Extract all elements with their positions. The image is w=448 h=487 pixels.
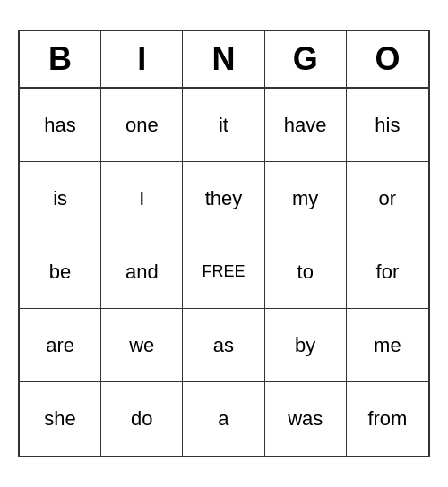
bingo-cell-r1-c4[interactable]: or [347, 162, 428, 235]
bingo-cell-r3-c3[interactable]: by [265, 309, 347, 382]
header-letter-G: G [265, 31, 347, 87]
bingo-cell-r4-c4[interactable]: from [347, 382, 428, 456]
bingo-cell-r3-c4[interactable]: me [347, 309, 428, 382]
bingo-cell-r3-c1[interactable]: we [101, 309, 183, 382]
bingo-cell-r2-c2[interactable]: FREE [183, 235, 264, 309]
bingo-cell-r4-c3[interactable]: was [265, 382, 347, 456]
bingo-cell-r1-c3[interactable]: my [265, 162, 347, 235]
header-letter-N: N [183, 31, 264, 87]
bingo-grid: hasoneithavehisisItheymyorbeandFREEtofor… [20, 89, 428, 456]
header-letter-I: I [101, 31, 183, 87]
bingo-cell-r4-c2[interactable]: a [183, 382, 264, 456]
header-letter-B: B [20, 31, 101, 87]
bingo-cell-r0-c1[interactable]: one [101, 89, 183, 162]
bingo-cell-r0-c4[interactable]: his [347, 89, 428, 162]
bingo-cell-r1-c0[interactable]: is [20, 162, 101, 235]
bingo-cell-r2-c1[interactable]: and [101, 235, 183, 309]
bingo-cell-r3-c2[interactable]: as [183, 309, 264, 382]
bingo-cell-r0-c2[interactable]: it [183, 89, 264, 162]
bingo-cell-r2-c0[interactable]: be [20, 235, 101, 309]
bingo-cell-r2-c4[interactable]: for [347, 235, 428, 309]
bingo-card: BINGO hasoneithavehisisItheymyorbeandFRE… [18, 30, 430, 457]
bingo-cell-r3-c0[interactable]: are [20, 309, 101, 382]
bingo-cell-r4-c1[interactable]: do [101, 382, 183, 456]
bingo-header: BINGO [20, 31, 428, 89]
bingo-cell-r2-c3[interactable]: to [265, 235, 347, 309]
bingo-cell-r0-c3[interactable]: have [265, 89, 347, 162]
bingo-cell-r0-c0[interactable]: has [20, 89, 101, 162]
bingo-cell-r1-c1[interactable]: I [101, 162, 183, 235]
bingo-cell-r1-c2[interactable]: they [183, 162, 264, 235]
bingo-cell-r4-c0[interactable]: she [20, 382, 101, 456]
header-letter-O: O [347, 31, 428, 87]
